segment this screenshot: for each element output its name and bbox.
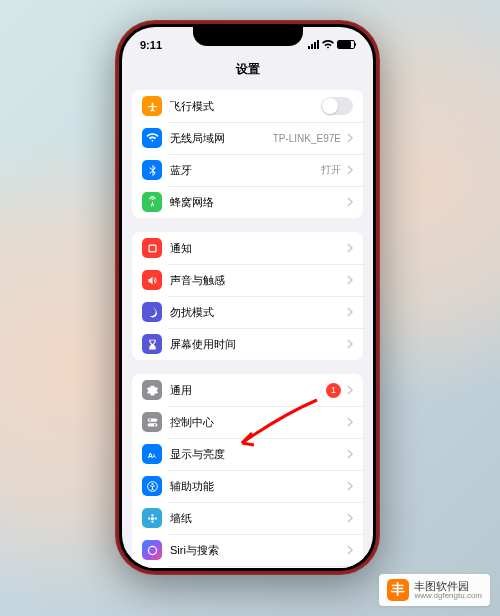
battery-icon	[337, 40, 355, 49]
row-siri[interactable]: Siri与搜索	[132, 534, 363, 566]
row-airplane[interactable]: 飞行模式	[132, 90, 363, 122]
phone-screen: 9:11 设置 飞行模式	[122, 27, 373, 568]
signal-icon	[308, 40, 319, 49]
chevron-right-icon	[347, 417, 353, 427]
row-label: 屏幕使用时间	[170, 337, 345, 352]
chevron-right-icon	[347, 545, 353, 555]
settings-group-notifications: 通知 声音与触感 勿扰模式 屏幕使用时间	[132, 232, 363, 360]
status-indicators	[308, 40, 355, 49]
row-dnd[interactable]: 勿扰模式	[132, 296, 363, 328]
chevron-right-icon	[347, 133, 353, 143]
chevron-right-icon	[347, 243, 353, 253]
bell-icon	[142, 238, 162, 258]
svg-point-10	[150, 516, 153, 519]
svg-rect-4	[147, 423, 157, 426]
bluetooth-icon	[142, 160, 162, 180]
row-label: 飞行模式	[170, 99, 321, 114]
row-sounds[interactable]: 声音与触感	[132, 264, 363, 296]
phone-notch	[193, 24, 303, 46]
row-label: 蓝牙	[170, 163, 321, 178]
chevron-right-icon	[347, 307, 353, 317]
phone-bezel: 9:11 设置 飞行模式	[119, 24, 376, 571]
hourglass-icon	[142, 334, 162, 354]
wifi-icon	[142, 128, 162, 148]
flower-icon	[142, 508, 162, 528]
row-label: 显示与亮度	[170, 447, 345, 462]
chevron-right-icon	[347, 165, 353, 175]
watermark-title: 丰图软件园	[414, 580, 482, 592]
row-display[interactable]: AA 显示与亮度	[132, 438, 363, 470]
settings-group-connectivity: 飞行模式 无线局域网 TP-LINK_E97E 蓝牙 打开	[132, 90, 363, 218]
row-value: 打开	[321, 163, 341, 177]
settings-group-system: 通用 1 控制中心 AA 显示与亮度	[132, 374, 363, 568]
row-label: 蜂窝网络	[170, 195, 345, 210]
switch-icon	[142, 412, 162, 432]
chevron-right-icon	[347, 449, 353, 459]
row-label: 勿扰模式	[170, 305, 345, 320]
svg-point-13	[148, 517, 150, 519]
wifi-status-icon	[322, 40, 334, 49]
row-cellular[interactable]: 蜂窝网络	[132, 186, 363, 218]
row-value: TP-LINK_E97E	[273, 133, 341, 144]
text-size-icon: AA	[142, 444, 162, 464]
row-screentime[interactable]: 屏幕使用时间	[132, 328, 363, 360]
gear-icon	[142, 380, 162, 400]
chevron-right-icon	[347, 481, 353, 491]
row-label: 墙纸	[170, 511, 345, 526]
svg-point-11	[151, 514, 153, 516]
row-general[interactable]: 通用 1	[132, 374, 363, 406]
row-label: 通用	[170, 383, 326, 398]
row-accessibility[interactable]: 辅助功能	[132, 470, 363, 502]
svg-point-5	[153, 423, 155, 425]
row-wallpaper[interactable]: 墙纸	[132, 502, 363, 534]
chevron-right-icon	[347, 513, 353, 523]
settings-content[interactable]: 飞行模式 无线局域网 TP-LINK_E97E 蓝牙 打开	[122, 86, 373, 568]
svg-point-15	[148, 546, 156, 554]
svg-rect-1	[149, 245, 155, 251]
row-controlcenter[interactable]: 控制中心	[132, 406, 363, 438]
airplane-toggle[interactable]	[321, 97, 353, 115]
row-label: Siri与搜索	[170, 543, 345, 558]
chevron-right-icon	[347, 385, 353, 395]
row-bluetooth[interactable]: 蓝牙 打开	[132, 154, 363, 186]
chevron-right-icon	[347, 275, 353, 285]
svg-point-3	[149, 419, 151, 421]
watermark-url: www.dgfengtu.com	[414, 592, 482, 601]
siri-icon	[142, 540, 162, 560]
phone-device: 9:11 设置 飞行模式	[115, 20, 380, 575]
svg-point-9	[151, 483, 153, 485]
watermark: 丰 丰图软件园 www.dgfengtu.com	[379, 574, 490, 606]
svg-point-14	[154, 517, 156, 519]
row-wifi[interactable]: 无线局域网 TP-LINK_E97E	[132, 122, 363, 154]
svg-text:A: A	[152, 453, 156, 458]
row-label: 辅助功能	[170, 479, 345, 494]
row-label: 声音与触感	[170, 273, 345, 288]
svg-rect-2	[147, 418, 157, 421]
chevron-right-icon	[347, 339, 353, 349]
notification-badge: 1	[326, 383, 341, 398]
watermark-logo: 丰	[387, 579, 409, 601]
speaker-icon	[142, 270, 162, 290]
row-label: 通知	[170, 241, 345, 256]
row-faceid[interactable]: 面容ID与密码	[132, 566, 363, 568]
airplane-icon	[142, 96, 162, 116]
moon-icon	[142, 302, 162, 322]
page-title: 设置	[122, 57, 373, 86]
person-circle-icon	[142, 476, 162, 496]
svg-point-12	[151, 520, 153, 522]
status-time: 9:11	[140, 39, 162, 51]
antenna-icon	[142, 192, 162, 212]
row-label: 控制中心	[170, 415, 345, 430]
row-notifications[interactable]: 通知	[132, 232, 363, 264]
row-label: 无线局域网	[170, 131, 273, 146]
chevron-right-icon	[347, 197, 353, 207]
